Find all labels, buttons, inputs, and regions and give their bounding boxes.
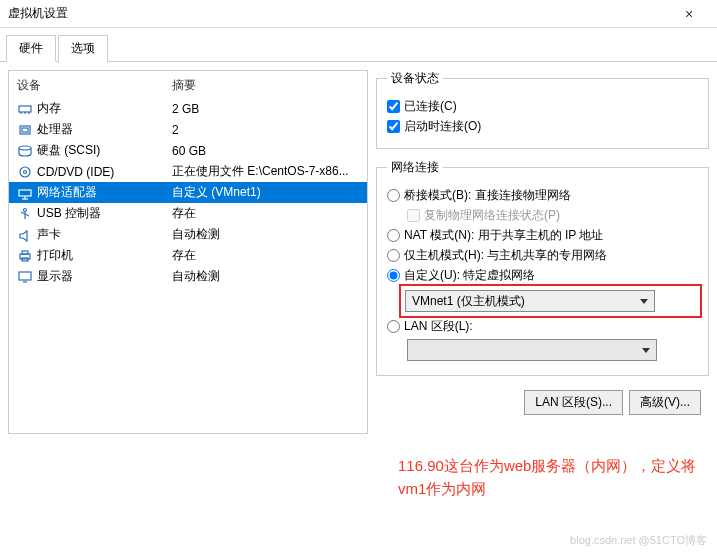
connect-on-start-checkbox[interactable]: 启动时连接(O) — [387, 118, 698, 135]
custom-input[interactable] — [387, 269, 400, 282]
watermark: blog.csdn.net @51CTO博客 — [570, 533, 707, 548]
close-icon[interactable]: × — [669, 6, 709, 22]
custom-network-value: VMnet1 (仅主机模式) — [412, 293, 525, 310]
device-row-sound[interactable]: 声卡自动检测 — [9, 224, 367, 245]
device-list-header: 设备 摘要 — [9, 75, 367, 98]
device-summary: 存在 — [172, 205, 359, 222]
svg-rect-19 — [19, 272, 31, 280]
lan-segments-button[interactable]: LAN 区段(S)... — [524, 390, 623, 415]
memory-icon — [17, 102, 33, 116]
device-row-printer[interactable]: 打印机存在 — [9, 245, 367, 266]
cd-icon — [17, 165, 33, 179]
device-row-cpu[interactable]: 处理器2 — [9, 119, 367, 140]
device-row-net[interactable]: 网络适配器自定义 (VMnet1) — [9, 182, 367, 203]
device-row-usb[interactable]: USB 控制器存在 — [9, 203, 367, 224]
svg-rect-9 — [19, 190, 31, 196]
header-device: 设备 — [17, 77, 172, 94]
cpu-icon — [17, 123, 33, 137]
nat-input[interactable] — [387, 229, 400, 242]
connected-checkbox[interactable]: 已连接(C) — [387, 98, 698, 115]
device-summary: 2 GB — [172, 102, 359, 116]
usb-icon — [17, 207, 33, 221]
svg-line-14 — [21, 212, 25, 214]
lan-segment-input[interactable] — [387, 320, 400, 333]
device-status-group: 设备状态 已连接(C) 启动时连接(O) — [376, 70, 709, 149]
device-summary: 自动检测 — [172, 226, 359, 243]
device-name: 硬盘 (SCSI) — [37, 142, 172, 159]
svg-rect-0 — [19, 106, 31, 112]
network-legend: 网络连接 — [387, 159, 443, 176]
device-list: 设备 摘要 内存2 GB处理器2硬盘 (SCSI)60 GBCD/DVD (ID… — [8, 70, 368, 434]
tab-options[interactable]: 选项 — [58, 35, 108, 62]
device-name: 网络适配器 — [37, 184, 172, 201]
device-row-memory[interactable]: 内存2 GB — [9, 98, 367, 119]
connected-input[interactable] — [387, 100, 400, 113]
svg-rect-17 — [22, 251, 28, 254]
connect-on-start-input[interactable] — [387, 120, 400, 133]
net-icon — [17, 186, 33, 200]
button-row: LAN 区段(S)... 高级(V)... — [376, 386, 709, 415]
custom-combo-highlight: VMnet1 (仅主机模式) — [403, 288, 698, 314]
device-summary: 自动检测 — [172, 268, 359, 285]
svg-point-7 — [20, 167, 30, 177]
device-summary: 自定义 (VMnet1) — [172, 184, 359, 201]
bridged-input[interactable] — [387, 189, 400, 202]
replicate-input — [407, 209, 420, 222]
display-icon — [17, 270, 33, 284]
hostonly-input[interactable] — [387, 249, 400, 262]
device-name: 处理器 — [37, 121, 172, 138]
advanced-button[interactable]: 高级(V)... — [629, 390, 701, 415]
device-name: 声卡 — [37, 226, 172, 243]
device-name: CD/DVD (IDE) — [37, 165, 172, 179]
tab-hardware[interactable]: 硬件 — [6, 35, 56, 62]
replicate-checkbox: 复制物理网络连接状态(P) — [407, 207, 698, 224]
network-connection-group: 网络连接 桥接模式(B): 直接连接物理网络 复制物理网络连接状态(P) NAT… — [376, 159, 709, 376]
hostonly-radio[interactable]: 仅主机模式(H): 与主机共享的专用网络 — [387, 247, 698, 264]
device-row-disk[interactable]: 硬盘 (SCSI)60 GB — [9, 140, 367, 161]
bridged-radio[interactable]: 桥接模式(B): 直接连接物理网络 — [387, 187, 698, 204]
titlebar: 虚拟机设置 × — [0, 0, 717, 28]
printer-icon — [17, 249, 33, 263]
disk-icon — [17, 144, 33, 158]
svg-point-8 — [24, 170, 27, 173]
right-panel: 设备状态 已连接(C) 启动时连接(O) 网络连接 桥接模式(B): 直接连接物… — [376, 70, 709, 434]
device-status-legend: 设备状态 — [387, 70, 443, 87]
content-area: 设备 摘要 内存2 GB处理器2硬盘 (SCSI)60 GBCD/DVD (ID… — [0, 62, 717, 442]
device-row-cd[interactable]: CD/DVD (IDE)正在使用文件 E:\CentOS-7-x86... — [9, 161, 367, 182]
device-summary: 60 GB — [172, 144, 359, 158]
nat-radio[interactable]: NAT 模式(N): 用于共享主机的 IP 地址 — [387, 227, 698, 244]
custom-radio[interactable]: 自定义(U): 特定虚拟网络 — [387, 267, 698, 284]
device-name: USB 控制器 — [37, 205, 172, 222]
device-name: 显示器 — [37, 268, 172, 285]
device-summary: 正在使用文件 E:\CentOS-7-x86... — [172, 163, 359, 180]
lan-segment-radio[interactable]: LAN 区段(L): — [387, 318, 698, 335]
device-name: 打印机 — [37, 247, 172, 264]
svg-point-6 — [19, 146, 31, 150]
device-summary: 存在 — [172, 247, 359, 264]
header-summary: 摘要 — [172, 77, 196, 94]
device-summary: 2 — [172, 123, 359, 137]
lan-segment-combo — [407, 339, 657, 361]
svg-rect-5 — [22, 128, 28, 132]
window-title: 虚拟机设置 — [8, 5, 669, 22]
sound-icon — [17, 228, 33, 242]
custom-network-combo[interactable]: VMnet1 (仅主机模式) — [405, 290, 655, 312]
annotation-text: 116.90这台作为web服务器（内网），定义将vm1作为内网 — [398, 455, 698, 500]
device-row-display[interactable]: 显示器自动检测 — [9, 266, 367, 287]
tab-strip: 硬件 选项 — [0, 34, 717, 62]
device-name: 内存 — [37, 100, 172, 117]
